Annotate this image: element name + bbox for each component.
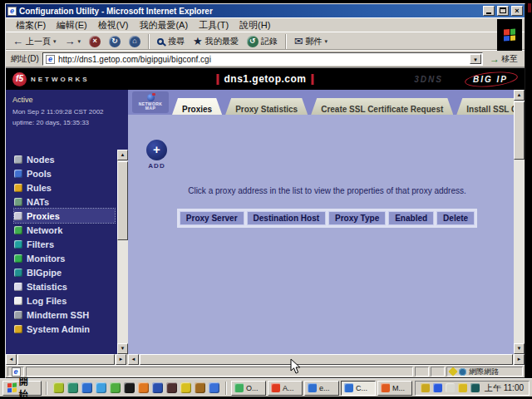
menu-item[interactable]: 編輯(E)	[52, 18, 92, 32]
status-active: Active	[12, 96, 121, 104]
tab-proxies[interactable]: Proxies	[172, 98, 222, 115]
quick-launch-icon[interactable]	[53, 382, 64, 393]
globe-icon	[459, 368, 466, 376]
sidebar-item-network[interactable]: Network	[14, 223, 115, 237]
scrollbar-thumb[interactable]	[17, 354, 115, 365]
stop-button[interactable]: ×	[86, 33, 104, 50]
taskbar-window-button[interactable]: M...	[377, 381, 412, 396]
back-icon: ←	[12, 36, 23, 47]
tray-icon[interactable]	[421, 383, 430, 392]
network-map-button[interactable]: NETWORK MAP	[132, 91, 169, 113]
sidebar-item-label: Proxies	[27, 211, 60, 221]
tray-icon[interactable]	[433, 383, 442, 392]
scroll-right-icon[interactable]: ►	[116, 354, 126, 365]
tray-icon[interactable]	[458, 383, 467, 392]
sidebar-item-label: Rules	[27, 183, 52, 193]
sidebar-vertical-scrollbar[interactable]: ▲ ▼	[117, 150, 128, 354]
proxies-page: + ADD Click a proxy address in the list …	[128, 115, 525, 354]
quick-launch-icon[interactable]	[209, 382, 219, 393]
menu-item[interactable]: 說明(H)	[234, 18, 275, 32]
scroll-up-icon[interactable]: ▲	[514, 90, 525, 101]
quick-launch-icon[interactable]	[124, 382, 135, 393]
title-bar[interactable]: e Configuration Utility - Microsoft Inte…	[6, 4, 525, 17]
refresh-button[interactable]: ↻	[106, 33, 124, 50]
address-dropdown-icon[interactable]: ▾	[470, 54, 481, 64]
scroll-down-icon[interactable]: ▼	[117, 343, 128, 354]
quick-launch-icon[interactable]	[180, 382, 191, 393]
sidebar-item-pools[interactable]: Pools	[14, 166, 115, 180]
search-button[interactable]: 搜尋	[154, 33, 188, 50]
address-input[interactable]: e http://dns1.getop.com/bigipgui/bigconf…	[42, 52, 483, 66]
sidebar-item-label: Filters	[27, 239, 54, 249]
quick-launch-icon[interactable]	[110, 382, 121, 393]
toolbar-button-label: 記錄	[261, 36, 278, 47]
tray-icon[interactable]	[446, 383, 455, 392]
quick-launch-icon[interactable]	[81, 382, 92, 393]
taskbar-window-button[interactable]: A...	[268, 381, 303, 396]
sidebar-item-proxies[interactable]: Proxies	[14, 209, 115, 223]
start-button[interactable]: 開始	[2, 381, 42, 396]
sidebar-item-mindterm-ssh[interactable]: Mindterm SSH	[14, 308, 115, 322]
sidebar-item-nats[interactable]: NATs	[14, 195, 115, 209]
menu-item[interactable]: 我的最愛(A)	[134, 18, 193, 32]
sidebar-item-statistics[interactable]: Statistics	[14, 279, 115, 293]
link-3dns[interactable]: 3DNS	[414, 75, 443, 84]
tab-proxy-statistics[interactable]: Proxy Statistics	[225, 98, 308, 115]
minimize-button[interactable]	[483, 6, 495, 16]
proxies-icon	[14, 212, 22, 220]
sidebar-item-log-files[interactable]: Log Files	[14, 293, 115, 308]
tray-icon[interactable]	[470, 383, 480, 392]
quick-launch-icon[interactable]	[67, 382, 78, 393]
scrollbar-thumb[interactable]	[514, 101, 525, 160]
scroll-right-icon[interactable]: ►	[514, 354, 525, 365]
favorites-button[interactable]: ★我的最愛	[190, 33, 242, 50]
sidebar-item-nodes[interactable]: Nodes	[14, 152, 115, 166]
pools-icon	[14, 170, 22, 178]
quick-launch-icon[interactable]	[195, 382, 205, 393]
quick-launch-icon[interactable]	[96, 382, 106, 393]
favorites-icon: ★	[193, 36, 203, 47]
tab-create-ssl-certificate-request[interactable]: Create SSL Certificate Request	[311, 98, 453, 115]
scroll-up-icon[interactable]: ▲	[117, 150, 128, 160]
ie-logo-icon: e	[7, 7, 17, 16]
scroll-left-icon[interactable]: ◄	[6, 354, 17, 365]
taskbar-window-button[interactable]: C...	[341, 381, 376, 396]
menu-item[interactable]: 工具(T)	[194, 18, 234, 32]
menu-item[interactable]: 檢視(V)	[93, 18, 134, 32]
address-label: 網址(D)	[11, 53, 39, 65]
taskbar-window-button[interactable]: e...	[304, 381, 339, 396]
menu-item[interactable]: 檔案(F)	[11, 18, 51, 32]
main-vertical-scrollbar[interactable]: ▲ ▼	[514, 90, 525, 354]
forward-button[interactable]: →▾	[62, 33, 85, 50]
column-header-proxy-type: Proxy Type	[328, 211, 386, 225]
quick-launch-icon[interactable]	[166, 382, 177, 393]
add-proxy-button[interactable]: + ADD	[146, 140, 167, 170]
go-button[interactable]: → 移至	[486, 53, 521, 65]
scroll-down-icon[interactable]: ▼	[514, 343, 525, 354]
scroll-left-icon[interactable]: ◄	[128, 354, 139, 365]
maximize-button[interactable]	[497, 6, 509, 16]
sidebar-item-filters[interactable]: Filters	[14, 237, 115, 251]
quick-launch-icon[interactable]	[152, 382, 163, 393]
mail-button[interactable]: ✉郵件▾	[291, 33, 331, 50]
sidebar-item-system-admin[interactable]: System Admin	[14, 322, 115, 336]
close-button[interactable]: ×	[511, 6, 523, 16]
taskbar-window-button[interactable]: O...	[231, 381, 266, 396]
sidebar-item-monitors[interactable]: Monitors	[14, 251, 115, 265]
window-icon	[308, 383, 317, 392]
main-horizontal-scrollbar[interactable]: ◄ ►	[128, 354, 525, 365]
dropdown-arrow-icon: ▾	[53, 38, 57, 45]
sidebar-item-bigpipe[interactable]: BIGpipe	[14, 265, 115, 279]
sidebar-horizontal-scrollbar[interactable]: ◄ ►	[6, 354, 128, 365]
toolbar-button-label: 郵件	[306, 36, 323, 47]
scrollbar-thumb[interactable]	[117, 161, 128, 240]
column-header-proxy-server: Proxy Server	[180, 211, 244, 225]
back-button[interactable]: ←上一頁▾	[9, 33, 60, 50]
scrollbar-thumb[interactable]	[140, 354, 513, 365]
history-button[interactable]: ↺記錄	[244, 33, 281, 50]
home-button[interactable]: ⌂	[126, 33, 144, 50]
address-bar: 網址(D) e http://dns1.getop.com/bigipgui/b…	[6, 50, 525, 67]
link-bigip[interactable]: BIG IP	[468, 74, 513, 85]
quick-launch-icon[interactable]	[138, 382, 149, 393]
sidebar-item-rules[interactable]: Rules	[14, 180, 115, 195]
